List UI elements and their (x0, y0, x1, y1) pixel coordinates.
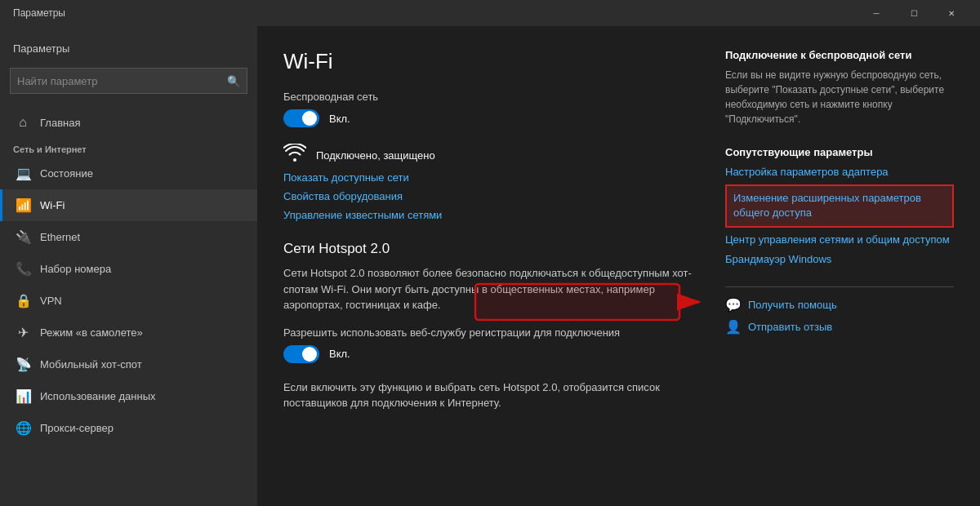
send-feedback-link[interactable]: 👤 Отправить отзыв (725, 319, 954, 335)
sidebar-item-home[interactable]: ⌂ Главная (0, 107, 257, 138)
sidebar-item-wifi[interactable]: 📶 Wi-Fi (0, 189, 257, 221)
airplane-icon: ✈ (16, 325, 30, 340)
vpn-icon: 🔒 (16, 293, 30, 308)
sidebar-item-ethernet-label: Ethernet (40, 231, 80, 243)
search-container: 🔍 (10, 68, 247, 94)
wifi-icon: 📶 (16, 198, 30, 213)
get-help-label: Получить помощь (748, 299, 837, 311)
related-params-title: Сопутствующие параметры (725, 146, 954, 158)
wireless-toggle-label: Вкл. (329, 113, 350, 125)
sidebar-section-label: Сеть и Интернет (0, 138, 257, 158)
hotspot-toggle-row: Вкл. (283, 345, 699, 363)
sidebar-item-data-usage-label: Использование данных (40, 390, 156, 402)
adapter-settings-link[interactable]: Настройка параметров адаптера (725, 165, 954, 180)
sharing-settings-link[interactable]: Изменение расширенных параметров общего … (725, 184, 954, 227)
network-status-text: Подключено, защищено (316, 149, 435, 162)
hardware-props-link[interactable]: Свойства оборудования (283, 190, 699, 202)
minimize-button[interactable]: ─ (858, 0, 895, 26)
home-icon: ⌂ (16, 115, 30, 130)
send-feedback-label: Отправить отзыв (748, 321, 832, 333)
app-title: Параметры (13, 7, 65, 19)
hotspot-allow-label: Разрешить использовать веб-службу регист… (283, 326, 699, 339)
sidebar-item-proxy[interactable]: 🌐 Прокси-сервер (0, 412, 257, 444)
hotspot-footer: Если включить эту функцию и выбрать сеть… (283, 380, 699, 411)
wireless-toggle-row: Вкл. (283, 109, 699, 127)
window-controls: ─ ☐ ✕ (858, 0, 970, 26)
status-icon: 💻 (16, 166, 30, 181)
sidebar-item-vpn[interactable]: 🔒 VPN (0, 285, 257, 317)
sidebar-item-dialup-label: Набор номера (40, 263, 111, 275)
sidebar-item-vpn-label: VPN (40, 295, 62, 307)
sidebar-item-status[interactable]: 💻 Состояние (0, 158, 257, 189)
sidebar-item-home-label: Главная (40, 117, 80, 129)
sidebar-item-mobile-hotspot-label: Мобильный хот-спот (40, 358, 142, 371)
feedback-icon: 👤 (725, 319, 742, 335)
ethernet-icon: 🔌 (16, 229, 30, 245)
sidebar-item-airplane-label: Режим «в самолете» (40, 326, 143, 339)
sidebar-item-dialup[interactable]: 📞 Набор номера (0, 253, 257, 285)
sidebar-item-ethernet[interactable]: 🔌 Ethernet (0, 221, 257, 253)
hotspot-icon: 📡 (16, 357, 30, 372)
sidebar-item-data-usage[interactable]: 📊 Использование данных (0, 380, 257, 412)
network-status-row: Подключено, защищено (283, 144, 699, 166)
manage-networks-link[interactable]: Управление известными сетями (283, 209, 699, 221)
firewall-link[interactable]: Брандмауэр Windows (725, 252, 954, 267)
sidebar-app-title: Параметры (0, 26, 257, 61)
wireless-toggle[interactable] (283, 109, 319, 127)
get-help-link[interactable]: 💬 Получить помощь (725, 297, 954, 313)
wireless-label: Беспроводная сеть (283, 91, 699, 103)
content-area: Wi-Fi Беспроводная сеть Вкл. Подключено,… (257, 26, 980, 506)
sidebar-item-wifi-label: Wi-Fi (40, 199, 65, 211)
hotspot-toggle[interactable] (283, 345, 319, 363)
titlebar: Параметры ─ ☐ ✕ (0, 0, 980, 26)
hotspot-toggle-label: Вкл. (329, 348, 350, 360)
maximize-button[interactable]: ☐ (895, 0, 933, 26)
sidebar-item-proxy-label: Прокси-сервер (40, 422, 114, 434)
connection-help-section: Подключение к беспроводной сети Если вы … (725, 49, 954, 126)
page-title: Wi-Fi (283, 49, 699, 74)
related-params-section: Сопутствующие параметры Настройка параме… (725, 146, 954, 267)
content-main: Wi-Fi Беспроводная сеть Вкл. Подключено,… (283, 49, 699, 490)
sidebar: Параметры 🔍 ⌂ Главная Сеть и Интернет 💻 … (0, 26, 257, 506)
right-panel: Подключение к беспроводной сети Если вы … (725, 49, 954, 490)
network-center-link[interactable]: Центр управления сетями и общим доступом (725, 233, 954, 247)
sidebar-item-status-label: Состояние (40, 167, 93, 180)
close-button[interactable]: ✕ (933, 0, 970, 26)
divider (725, 286, 954, 287)
hotspot-desc: Сети Hotspot 2.0 позволяют более безопас… (283, 265, 699, 313)
dialup-icon: 📞 (16, 261, 30, 277)
show-networks-link[interactable]: Показать доступные сети (283, 171, 699, 184)
sidebar-item-airplane[interactable]: ✈ Режим «в самолете» (0, 317, 257, 348)
proxy-icon: 🌐 (16, 420, 30, 436)
hotspot-title: Сети Hotspot 2.0 (283, 241, 699, 257)
hotspot-section: Сети Hotspot 2.0 Сети Hotspot 2.0 позвол… (283, 241, 699, 411)
wifi-connected-icon (283, 144, 306, 166)
help-icon: 💬 (725, 297, 742, 313)
connection-help-desc: Если вы не видите нужную беспроводную се… (725, 68, 954, 126)
connection-help-title: Подключение к беспроводной сети (725, 49, 954, 61)
search-icon[interactable]: 🔍 (227, 75, 240, 87)
sidebar-item-mobile-hotspot[interactable]: 📡 Мобильный хот-спот (0, 348, 257, 380)
search-input[interactable] (17, 75, 227, 87)
main-layout: Параметры 🔍 ⌂ Главная Сеть и Интернет 💻 … (0, 26, 980, 506)
data-usage-icon: 📊 (16, 388, 30, 404)
